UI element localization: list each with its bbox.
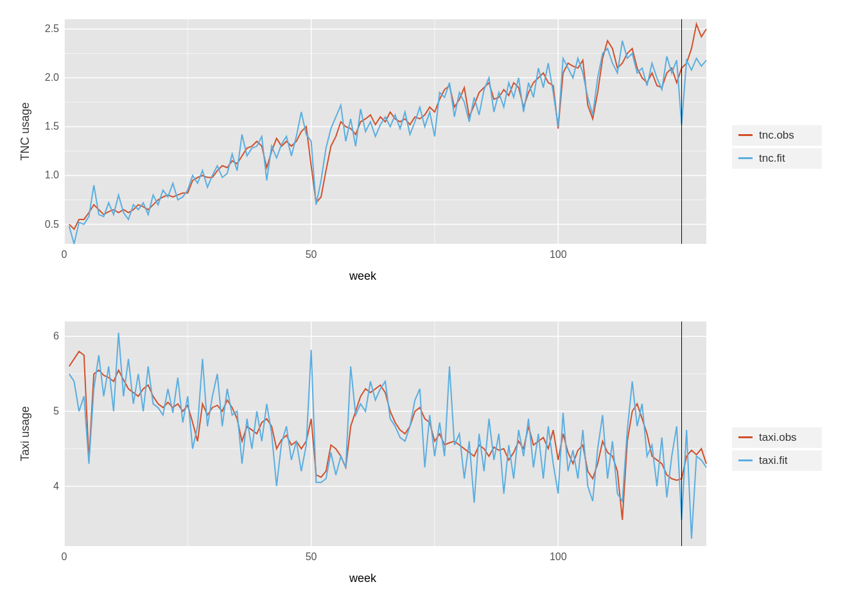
legend-item-taxi-fit: taxi.fit — [732, 450, 822, 471]
svg-text:50: 50 — [306, 249, 317, 260]
legend-swatch-obs — [738, 134, 753, 136]
taxi-plot-area: 456050100Taxi usage week — [13, 315, 713, 585]
taxi-chart-container: 456050100Taxi usage week taxi.obs taxi.f… — [13, 315, 850, 585]
legend-item-tnc-fit: tnc.fit — [732, 148, 822, 169]
legend-label-taxi-obs: taxi.obs — [759, 431, 797, 444]
tnc-chart-svg: 0.51.01.52.02.5050100TNC usage — [13, 13, 713, 263]
legend-swatch-fit — [738, 459, 753, 461]
taxi-chart-svg: 456050100Taxi usage — [13, 315, 713, 565]
legend-swatch-obs — [738, 436, 753, 438]
tnc-legend: tnc.obs tnc.fit — [732, 125, 822, 171]
svg-text:4: 4 — [53, 481, 59, 492]
svg-text:100: 100 — [550, 551, 567, 562]
legend-item-taxi-obs: taxi.obs — [732, 427, 822, 448]
legend-item-tnc-obs: tnc.obs — [732, 125, 822, 146]
legend-swatch-fit — [738, 157, 753, 159]
svg-text:100: 100 — [550, 249, 567, 260]
svg-text:0.5: 0.5 — [45, 219, 59, 230]
taxi-legend: taxi.obs taxi.fit — [732, 427, 822, 474]
svg-rect-0 — [64, 19, 706, 244]
svg-text:0: 0 — [62, 249, 67, 260]
svg-rect-26 — [64, 321, 706, 546]
svg-text:0: 0 — [62, 551, 67, 562]
svg-text:1.5: 1.5 — [45, 121, 59, 132]
tnc-xlabel: week — [13, 270, 713, 283]
svg-text:6: 6 — [53, 330, 59, 341]
tnc-chart-container: 0.51.01.52.02.5050100TNC usage week tnc.… — [13, 13, 850, 283]
legend-label-tnc-obs: tnc.obs — [759, 129, 794, 142]
svg-text:5: 5 — [53, 406, 59, 416]
legend-label-taxi-fit: taxi.fit — [759, 454, 787, 467]
svg-text:TNC usage: TNC usage — [19, 102, 31, 160]
svg-text:2.0: 2.0 — [45, 72, 59, 83]
taxi-xlabel: week — [13, 572, 713, 585]
tnc-plot-area: 0.51.01.52.02.5050100TNC usage week — [13, 13, 713, 283]
svg-text:1.0: 1.0 — [45, 169, 59, 180]
svg-text:2.5: 2.5 — [45, 23, 59, 34]
legend-label-tnc-fit: tnc.fit — [759, 152, 785, 165]
svg-text:50: 50 — [306, 551, 317, 562]
svg-text:Taxi usage: Taxi usage — [19, 406, 31, 461]
